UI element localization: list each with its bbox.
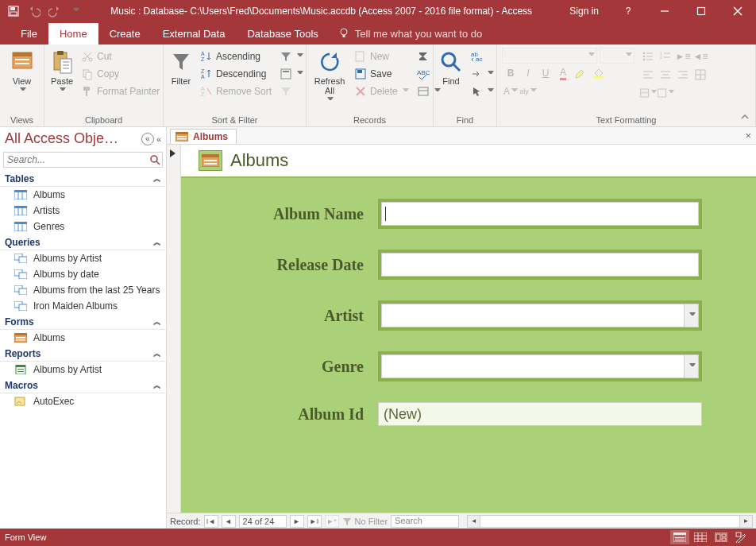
descending-button[interactable]: ZADescending [199, 65, 273, 83]
save-icon[interactable] [5, 2, 22, 20]
tab-database-tools[interactable]: Database Tools [236, 23, 329, 45]
nav-menu-button[interactable]: « [141, 133, 154, 145]
bold-button[interactable]: B [502, 64, 519, 82]
nav-group-tables[interactable]: Tables︽ [0, 171, 166, 187]
tab-home[interactable]: Home [48, 23, 98, 45]
maximize-button[interactable] [683, 0, 719, 22]
recnav-filter[interactable]: No Filter [342, 517, 388, 526]
delete-record-button[interactable]: Delete [353, 83, 411, 100]
goto-button[interactable] [469, 65, 496, 83]
view-layout-button[interactable] [712, 530, 731, 544]
nav-query-albums-by-date[interactable]: Albums by date [0, 266, 166, 282]
input-release-date[interactable] [381, 253, 699, 277]
nav-table-artists[interactable]: Artists [0, 203, 166, 219]
recnav-first[interactable]: I◄ [204, 515, 218, 528]
combo-genre[interactable] [381, 354, 699, 378]
nav-header[interactable]: All Access Obje… « « [0, 127, 166, 150]
nav-table-genres[interactable]: Genres [0, 219, 166, 234]
italic-button[interactable]: I [519, 64, 537, 82]
align-left-button[interactable] [639, 66, 657, 83]
bullets-button[interactable] [639, 48, 657, 65]
select-button[interactable] [469, 83, 496, 100]
collapse-icon[interactable]: ︽ [153, 316, 161, 327]
collapse-icon[interactable]: ︽ [153, 348, 161, 359]
filter-button[interactable]: Filter [168, 48, 194, 86]
font-color-button[interactable]: A [554, 64, 572, 82]
selection-filter-button[interactable] [278, 48, 305, 65]
help-button[interactable]: ? [610, 0, 646, 22]
gridlines-picker[interactable] [657, 84, 674, 102]
copy-button[interactable]: Copy [79, 65, 161, 83]
nav-search-input[interactable] [4, 153, 148, 167]
decrease-indent-button[interactable]: ◄≡ [692, 48, 709, 65]
collapse-icon[interactable]: ︽ [153, 380, 161, 391]
highlight-picker[interactable]: aly [519, 83, 537, 100]
highlight-button[interactable] [572, 64, 589, 82]
input-album-name[interactable] [381, 202, 699, 226]
record-selector[interactable] [167, 145, 181, 513]
redo-icon[interactable] [46, 2, 64, 20]
undo-icon[interactable] [25, 2, 43, 20]
collapse-icon[interactable]: ︽ [153, 237, 161, 248]
scroll-right-button[interactable]: ► [739, 516, 752, 527]
tab-file[interactable]: File [10, 23, 48, 45]
nav-report-albums-by-artist[interactable]: Albums by Artist [0, 362, 166, 378]
nav-form-albums[interactable]: Albums [0, 330, 166, 346]
horizontal-scrollbar[interactable]: ◄► [467, 515, 753, 528]
advanced-filter-button[interactable] [278, 65, 305, 83]
dropdown-button[interactable] [684, 304, 698, 327]
nav-query-albums-by-artist[interactable]: Albums by Artist [0, 250, 166, 266]
alt-fill-button[interactable] [639, 84, 657, 102]
cut-button[interactable]: Cut [79, 48, 161, 65]
recnav-next[interactable]: ► [290, 515, 304, 528]
search-icon[interactable] [148, 153, 162, 166]
nav-group-queries[interactable]: Queries︽ [0, 234, 166, 250]
qat-customize-icon[interactable] [67, 2, 84, 20]
ascending-button[interactable]: AZAscending [199, 48, 273, 65]
tell-me-search[interactable]: Tell me what you want to do [330, 22, 490, 45]
increase-indent-button[interactable]: ►≡ [674, 48, 692, 65]
nav-query-iron-maiden[interactable]: Iron Maiden Albums [0, 298, 166, 314]
save-record-button[interactable]: Save [353, 65, 411, 83]
recnav-search[interactable]: Search [391, 515, 459, 528]
collapse-icon[interactable]: ︽ [153, 173, 161, 184]
combo-artist[interactable] [381, 304, 699, 327]
refresh-all-button[interactable]: Refresh All [311, 48, 348, 103]
nav-macro-autoexec[interactable]: AutoExec [0, 393, 166, 409]
recnav-prev[interactable]: ◄ [222, 515, 236, 528]
font-family-select[interactable] [502, 48, 597, 64]
nav-group-reports[interactable]: Reports︽ [0, 346, 166, 362]
remove-sort-button[interactable]: AZRemove Sort [199, 83, 273, 100]
fill-color-button[interactable] [589, 64, 607, 82]
numbering-button[interactable]: 12 [657, 48, 674, 65]
tab-create[interactable]: Create [98, 23, 152, 45]
gridlines-button[interactable] [692, 66, 709, 83]
tab-external-data[interactable]: External Data [152, 23, 237, 45]
close-button[interactable] [719, 0, 756, 22]
dropdown-button[interactable] [684, 355, 698, 378]
view-design-button[interactable] [732, 530, 751, 544]
new-record-button[interactable]: New [353, 48, 411, 65]
scroll-left-button[interactable]: ◄ [468, 516, 480, 527]
nav-group-macros[interactable]: Macros︽ [0, 378, 166, 393]
recnav-new[interactable]: ►* [325, 515, 339, 528]
align-right-button[interactable] [674, 66, 692, 83]
font-color-picker[interactable]: A [502, 83, 519, 100]
find-button[interactable]: Find [438, 48, 464, 86]
minimize-button[interactable] [646, 0, 683, 22]
paste-button[interactable]: Paste [49, 48, 75, 94]
sign-in-link[interactable]: Sign in [558, 6, 610, 17]
align-center-button[interactable] [657, 66, 674, 83]
doc-tab-albums[interactable]: Albums [170, 129, 237, 144]
replace-button[interactable]: abac [469, 48, 496, 65]
nav-table-albums[interactable]: Albums [0, 187, 166, 203]
recnav-position[interactable]: 24 of 24 [239, 515, 287, 528]
view-datasheet-button[interactable] [691, 530, 710, 544]
view-button[interactable]: View [5, 48, 39, 94]
nav-group-forms[interactable]: Forms︽ [0, 314, 166, 330]
recnav-last[interactable]: ►I [307, 515, 322, 528]
collapse-ribbon-button[interactable] [739, 110, 751, 123]
close-tab-button[interactable]: × [745, 130, 751, 141]
nav-query-last-25-years[interactable]: Albums from the last 25 Years [0, 282, 166, 298]
nav-collapse-button[interactable]: « [156, 134, 161, 144]
